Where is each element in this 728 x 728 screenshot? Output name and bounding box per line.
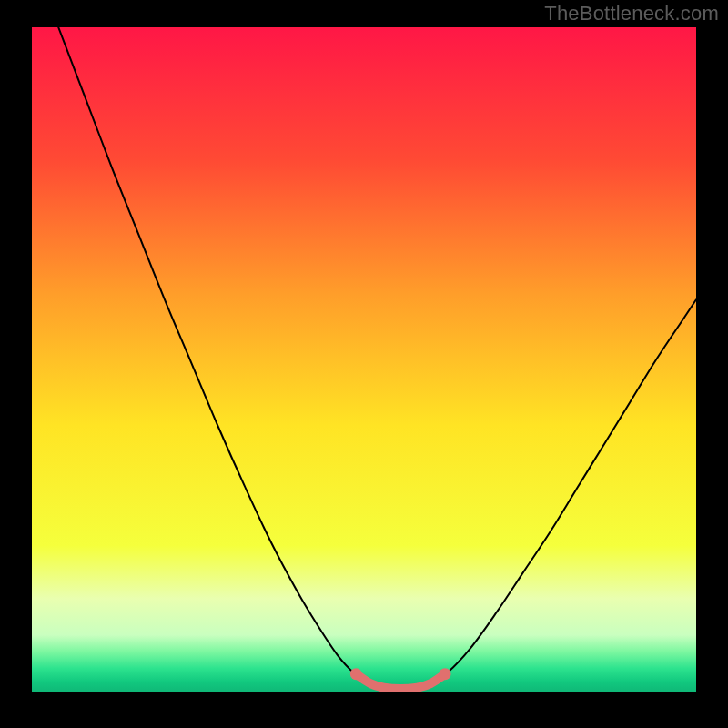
series-bottleneck-curve — [58, 27, 696, 689]
chart-frame: TheBottleneck.com — [0, 0, 728, 728]
series-highlight-segment — [356, 674, 445, 689]
plot-area — [32, 27, 696, 692]
watermark-label: TheBottleneck.com — [544, 2, 719, 25]
series-highlight-segment-end-dot — [440, 668, 451, 680]
curve-layer — [32, 27, 696, 692]
series-highlight-segment-end-dot — [350, 668, 362, 680]
